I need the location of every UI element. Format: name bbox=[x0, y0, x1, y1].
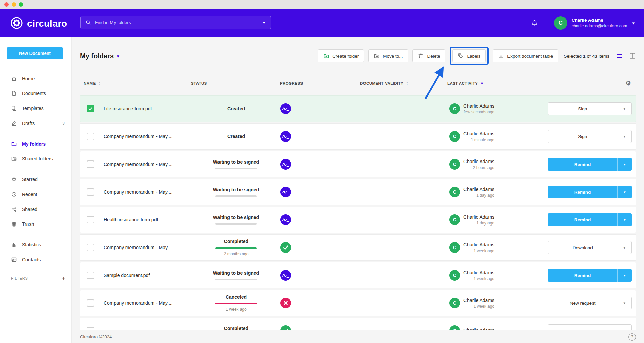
document-name[interactable]: Company memorandum - May.... bbox=[99, 245, 173, 250]
sidebar-item-recent[interactable]: Recent bbox=[0, 187, 71, 202]
table-settings-gear-icon[interactable]: ⚙ bbox=[625, 80, 631, 86]
user-avatar[interactable]: C bbox=[554, 16, 567, 30]
row-action-split-button: Remind▾ bbox=[548, 269, 632, 282]
grid-view-icon[interactable] bbox=[629, 52, 636, 59]
remind-button[interactable]: Remind bbox=[548, 269, 617, 282]
row-checkbox[interactable] bbox=[87, 188, 94, 196]
circularo-logo[interactable]: circularo bbox=[10, 17, 67, 31]
sidebar-item-starred[interactable]: Starred bbox=[0, 172, 71, 187]
activity-user-name: Charlie Adams bbox=[463, 270, 494, 275]
sidebar-item-drafts[interactable]: Drafts3 bbox=[0, 116, 71, 131]
action-dropdown-caret[interactable]: ▾ bbox=[617, 186, 632, 198]
sidebar-item-label: Recent bbox=[22, 192, 37, 197]
minimize-button[interactable] bbox=[12, 2, 16, 7]
table-row[interactable]: Company memorandum - May....Waiting to b… bbox=[80, 179, 636, 205]
document-name[interactable]: Company memorandum - May.... bbox=[99, 300, 173, 306]
column-header-last-activity[interactable]: LAST ACTIVITY▼ bbox=[447, 81, 547, 85]
row-checkbox[interactable] bbox=[87, 244, 94, 251]
document-validity-cell bbox=[360, 179, 448, 205]
table-row[interactable]: Company memorandum - May....CreatedCChar… bbox=[80, 123, 636, 150]
help-button[interactable]: ? bbox=[628, 333, 636, 341]
close-button[interactable] bbox=[4, 2, 9, 7]
download-button[interactable]: Download bbox=[548, 241, 617, 254]
global-search[interactable]: ▾ bbox=[80, 16, 271, 29]
row-checkbox[interactable] bbox=[87, 133, 94, 140]
document-name[interactable]: Company memorandum - May.... bbox=[99, 134, 173, 139]
search-scope-caret-icon[interactable]: ▾ bbox=[257, 16, 271, 29]
user-menu-caret-icon[interactable]: ▾ bbox=[632, 21, 635, 26]
row-checkbox[interactable] bbox=[87, 160, 94, 168]
notifications-bell-icon[interactable] bbox=[531, 19, 538, 27]
activity-time: 1 day ago bbox=[463, 221, 494, 226]
zoom-button[interactable] bbox=[19, 2, 23, 7]
table-row[interactable]: Company memorandum - May....Waiting to b… bbox=[80, 151, 636, 177]
remind-button[interactable]: Remind bbox=[548, 158, 617, 171]
row-checkbox[interactable] bbox=[87, 299, 94, 307]
move-to-button[interactable]: Move to... bbox=[368, 49, 408, 62]
column-header-name[interactable]: NAME▲▼ bbox=[80, 81, 191, 85]
document-name[interactable]: Sample document.pdf bbox=[99, 273, 150, 278]
new-request-button[interactable]: New request bbox=[548, 297, 617, 309]
action-dropdown-caret[interactable]: ▾ bbox=[617, 103, 631, 115]
document-name[interactable]: Company memorandum - May.... bbox=[99, 162, 173, 167]
row-action-split-button: New request▾ bbox=[548, 297, 632, 309]
row-checkbox[interactable] bbox=[87, 105, 94, 112]
sidebar-item-shared[interactable]: Shared bbox=[0, 202, 71, 217]
list-view-icon[interactable] bbox=[616, 52, 623, 59]
row-checkbox[interactable] bbox=[87, 272, 94, 279]
remind-button[interactable]: Remind bbox=[548, 213, 617, 226]
action-dropdown-caret[interactable]: ▾ bbox=[617, 269, 632, 282]
new-document-button[interactable]: New Document bbox=[7, 47, 63, 59]
document-name[interactable]: Life insurance form.pdf bbox=[99, 106, 152, 111]
copyright-text: Circularo ©2024 bbox=[80, 334, 112, 339]
sidebar-item-label: Documents bbox=[22, 91, 46, 96]
document-name[interactable]: Company memorandum - May.... bbox=[99, 189, 173, 195]
row-action-split-button: Remind▾ bbox=[548, 213, 632, 226]
sidebar-item-trash[interactable]: Trash bbox=[0, 217, 71, 232]
labels-button[interactable]: Labels bbox=[452, 49, 486, 62]
sidebar-item-my-folders[interactable]: My folders bbox=[0, 136, 71, 151]
sidebar-item-home[interactable]: Home bbox=[0, 71, 71, 86]
share-icon bbox=[11, 206, 17, 212]
action-dropdown-caret[interactable]: ▾ bbox=[617, 241, 631, 254]
document-validity-cell bbox=[360, 124, 448, 149]
status-text: Waiting to be signed bbox=[213, 159, 259, 165]
sign-button[interactable]: Sign bbox=[548, 103, 617, 115]
toolbar-button-label: Labels bbox=[467, 53, 480, 59]
status-progress-bar bbox=[215, 195, 257, 197]
toolbar-button-label: Export document table bbox=[507, 53, 553, 59]
page-title[interactable]: My folders ▾ bbox=[80, 52, 119, 60]
export-document-table-button[interactable]: Export document table bbox=[493, 49, 558, 62]
sign-button[interactable]: Sign bbox=[548, 130, 617, 143]
status-text: Waiting to be signed bbox=[213, 270, 259, 276]
row-checkbox[interactable] bbox=[87, 216, 94, 223]
sidebar-item-shared-folders[interactable]: Shared folders bbox=[0, 151, 71, 166]
toolbar: My folders ▾ Create folderMove to...Dele… bbox=[80, 46, 636, 66]
document-name[interactable]: Health insurance form.pdf bbox=[99, 217, 158, 222]
table-row[interactable]: Life insurance form.pdfCreatedCCharlie A… bbox=[80, 95, 636, 122]
action-dropdown-caret[interactable]: ▾ bbox=[617, 130, 631, 143]
add-filter-button[interactable]: + bbox=[62, 275, 65, 281]
table-row[interactable]: Company memorandum - May....Completed2 m… bbox=[80, 234, 636, 261]
sidebar-item-contacts[interactable]: Contacts bbox=[0, 252, 71, 267]
table-row[interactable]: Company memorandum - May....Canceled1 we… bbox=[80, 290, 636, 316]
action-dropdown-caret[interactable]: ▾ bbox=[617, 158, 632, 171]
action-dropdown-caret[interactable]: ▾ bbox=[617, 297, 631, 309]
activity-user-name: Charlie Adams bbox=[463, 131, 494, 136]
sidebar-item-statistics[interactable]: Statistics bbox=[0, 237, 71, 252]
column-header-status: STATUS bbox=[191, 81, 280, 85]
remind-button[interactable]: Remind bbox=[548, 186, 617, 198]
row-action-split-button: Remind▾ bbox=[548, 158, 632, 171]
column-header-document-validity[interactable]: DOCUMENT VALIDITY▲▼ bbox=[360, 81, 447, 85]
table-row[interactable]: Health insurance form.pdfWaiting to be s… bbox=[80, 207, 636, 233]
delete-button[interactable]: Delete bbox=[412, 49, 445, 62]
table-row[interactable]: Sample document.pdfWaiting to be signedC… bbox=[80, 262, 636, 288]
activity-avatar: C bbox=[449, 159, 460, 170]
contacts-icon bbox=[11, 257, 17, 263]
sidebar-item-documents[interactable]: Documents bbox=[0, 86, 71, 101]
action-dropdown-caret[interactable]: ▾ bbox=[617, 213, 632, 226]
sidebar-item-label: Drafts bbox=[22, 121, 35, 126]
search-input[interactable] bbox=[95, 20, 257, 25]
create-folder-button[interactable]: Create folder bbox=[318, 49, 364, 62]
sidebar-item-templates[interactable]: Templates bbox=[0, 101, 71, 116]
